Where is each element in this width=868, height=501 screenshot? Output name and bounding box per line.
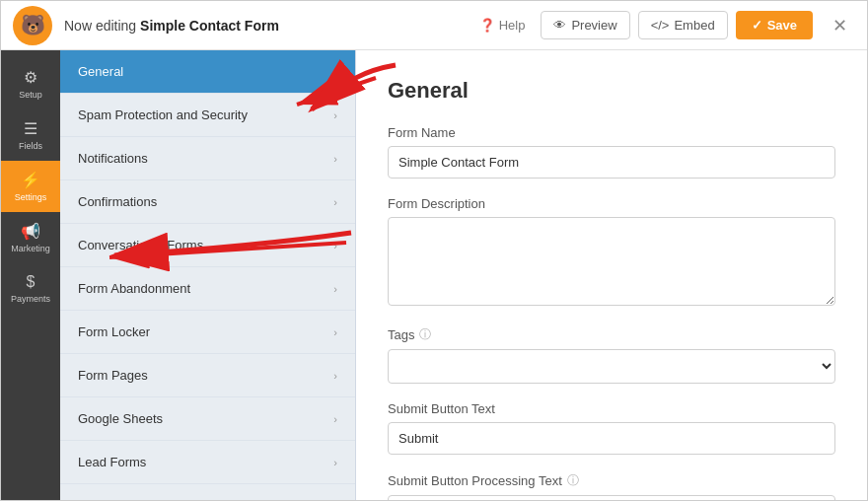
save-label: Save — [767, 18, 797, 33]
form-desc-group: Form Description — [388, 196, 835, 309]
submit-processing-label: Submit Button Processing Text ⓘ — [388, 472, 835, 489]
submit-btn-label: Submit Button Text — [388, 401, 835, 416]
nav-item-setup[interactable]: ⚙ Setup — [1, 58, 60, 109]
menu-lead-label: Lead Forms — [78, 455, 146, 469]
question-icon: ❓ — [479, 18, 495, 33]
menu-item-notifications[interactable]: Notifications › — [60, 137, 355, 180]
marketing-label: Marketing — [11, 244, 50, 253]
check-icon: ✓ — [752, 18, 762, 33]
submit-processing-group: Submit Button Processing Text ⓘ — [388, 472, 835, 500]
top-bar: 🐻 Now editing Simple Contact Form ❓ Help… — [1, 1, 867, 50]
tags-label-text: Tags — [388, 327, 414, 342]
menu-locker-label: Form Locker — [78, 324, 150, 339]
nav-item-settings[interactable]: ⚡ Settings — [1, 161, 60, 212]
menu-item-sheets[interactable]: Google Sheets › — [60, 397, 355, 441]
form-name-title: Simple Contact Form — [140, 18, 279, 34]
chevron-icon-confirmations: › — [333, 196, 337, 208]
app-logo: 🐻 — [13, 6, 52, 45]
tags-label: Tags ⓘ — [388, 326, 835, 343]
menu-item-abandonment[interactable]: Form Abandonment › — [60, 267, 355, 311]
menu-notifications-label: Notifications — [78, 151, 148, 166]
setup-icon: ⚙ — [24, 68, 37, 87]
menu-conversational-label: Conversational Forms — [78, 238, 203, 252]
menu-general-label: General — [78, 64, 123, 79]
chevron-icon-pages: › — [333, 370, 337, 382]
general-title: General — [388, 78, 835, 104]
menu-item-confirmations[interactable]: Confirmations › — [60, 180, 355, 224]
nav-item-fields[interactable]: ☰ Fields — [1, 109, 60, 161]
menu-item-lead[interactable]: Lead Forms › — [60, 441, 355, 484]
eye-icon: 👁 — [553, 18, 566, 33]
tags-group: Tags ⓘ — [388, 326, 835, 384]
chevron-icon-locker: › — [333, 326, 337, 338]
tags-help-icon: ⓘ — [419, 326, 431, 343]
menu-abandonment-label: Form Abandonment — [78, 281, 190, 296]
setup-label: Setup — [19, 90, 42, 100]
editing-prefix-text: Now editing — [64, 18, 140, 34]
form-name-group: Form Name — [388, 125, 835, 179]
top-bar-actions: ❓ Help 👁 Preview </> Embed ✓ Save ✕ — [471, 11, 855, 40]
menu-item-offline[interactable]: Offline Forms › — [60, 484, 355, 500]
form-desc-textarea[interactable] — [388, 217, 835, 306]
submit-btn-group: Submit Button Text — [388, 401, 835, 455]
chevron-icon-notifications: › — [333, 153, 337, 165]
preview-label: Preview — [571, 18, 616, 33]
svg-text:🐻: 🐻 — [21, 13, 45, 36]
chevron-icon-conversational: › — [333, 240, 337, 251]
submit-processing-input[interactable] — [388, 495, 835, 500]
marketing-icon: 📢 — [21, 222, 40, 241]
menu-item-spam[interactable]: Spam Protection and Security › — [60, 94, 355, 137]
form-name-label: Form Name — [388, 125, 835, 140]
close-button[interactable]: ✕ — [825, 11, 855, 40]
help-label: Help — [499, 18, 526, 33]
settings-icon: ⚡ — [21, 171, 40, 189]
settings-menu: General › Spam Protection and Security ›… — [60, 50, 356, 500]
nav-item-payments[interactable]: $ Payments — [1, 263, 60, 314]
menu-pages-label: Form Pages — [78, 368, 148, 383]
payments-icon: $ — [27, 273, 36, 291]
embed-button[interactable]: </> Embed — [638, 11, 728, 39]
menu-item-conversational[interactable]: Conversational Forms › — [60, 224, 355, 267]
menu-item-locker[interactable]: Form Locker › — [60, 311, 355, 354]
save-button[interactable]: ✓ Save — [736, 11, 813, 39]
embed-label: Embed — [674, 18, 714, 33]
editing-title: Now editing Simple Contact Form — [64, 18, 471, 34]
preview-button[interactable]: 👁 Preview — [541, 11, 629, 39]
fields-label: Fields — [19, 141, 42, 151]
menu-item-pages[interactable]: Form Pages › — [60, 354, 355, 397]
nav-item-marketing[interactable]: 📢 Marketing — [1, 212, 60, 263]
form-name-input[interactable] — [388, 146, 835, 179]
menu-offline-label: Offline Forms — [78, 498, 155, 500]
chevron-icon-lead: › — [333, 457, 337, 468]
payments-label: Payments — [11, 294, 50, 304]
chevron-icon-sheets: › — [333, 413, 337, 425]
fields-icon: ☰ — [24, 119, 37, 138]
chevron-icon-spam: › — [333, 109, 337, 121]
form-desc-label: Form Description — [388, 196, 835, 211]
submit-processing-label-text: Submit Button Processing Text — [388, 473, 562, 488]
code-icon: </> — [651, 18, 670, 33]
chevron-icon-abandonment: › — [333, 283, 337, 295]
left-nav: ⚙ Setup ☰ Fields ⚡ Settings 📢 Marketing … — [1, 50, 60, 500]
chevron-icon-general: › — [333, 66, 337, 78]
submit-btn-input[interactable] — [388, 422, 835, 455]
chevron-icon-offline: › — [333, 500, 337, 501]
main-layout: ⚙ Setup ☰ Fields ⚡ Settings 📢 Marketing … — [1, 50, 867, 500]
tags-select[interactable] — [388, 349, 835, 384]
menu-spam-label: Spam Protection and Security — [78, 107, 248, 122]
menu-confirmations-label: Confirmations — [78, 194, 157, 209]
help-button[interactable]: ❓ Help — [471, 12, 534, 38]
settings-label: Settings — [15, 192, 47, 202]
menu-sheets-label: Google Sheets — [78, 411, 163, 426]
menu-item-general[interactable]: General › — [60, 50, 355, 94]
processing-help-icon: ⓘ — [567, 472, 579, 489]
content-area: General Form Name Form Description Tags … — [356, 50, 867, 500]
